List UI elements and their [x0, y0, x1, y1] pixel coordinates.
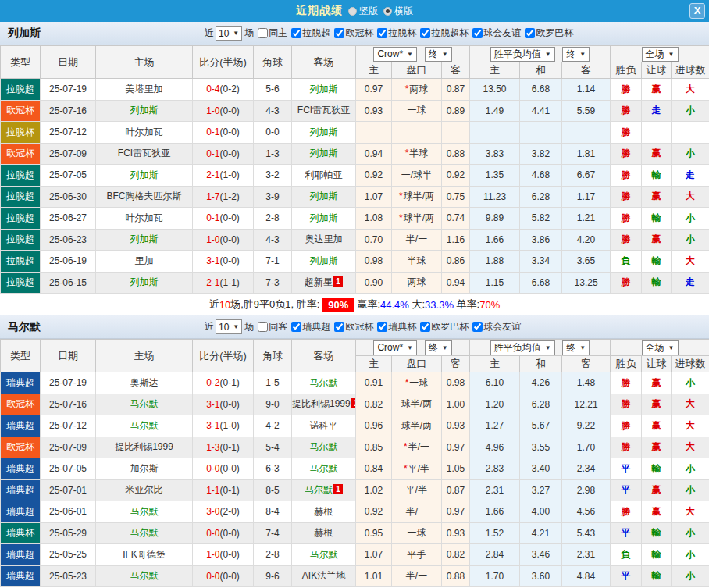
- same-venue-label: 同客: [269, 320, 287, 333]
- odds-time-select[interactable]: 终▼: [425, 340, 452, 355]
- layout-radio-horizontal[interactable]: 横版: [383, 5, 413, 18]
- league-filters: 拉脱超欧冠杯拉脱杯拉脱超杯球会友谊欧罗巴杯: [287, 27, 573, 41]
- league-checkbox[interactable]: [291, 322, 301, 332]
- scope-select[interactable]: 全场▼: [642, 340, 679, 355]
- league-checkbox[interactable]: [377, 322, 387, 332]
- fulltime-score: 0-1: [206, 212, 219, 223]
- chevron-down-icon: ▼: [545, 51, 551, 58]
- bookmaker-select[interactable]: Crow*▼: [373, 47, 417, 62]
- away-team: 马尔默: [292, 372, 356, 394]
- avg-away: 2.31: [562, 544, 611, 566]
- avg-draw: 5.82: [520, 208, 562, 230]
- same-venue-checkbox[interactable]: [258, 322, 268, 332]
- select-value: 10: [219, 322, 229, 333]
- away-team-name: 提比利锡1999: [292, 398, 351, 409]
- handicap-result-text: 赢: [652, 84, 661, 94]
- league-checkbox[interactable]: [377, 28, 387, 38]
- match-row: 欧冠杯25-07-09提比利锡19991-3(0-1)5-4马尔默0.85*半/…: [1, 437, 709, 458]
- home-team: 列加斯: [96, 272, 193, 294]
- match-count-select[interactable]: 10 ▼: [216, 319, 242, 334]
- league-filter[interactable]: 欧罗巴杯: [420, 320, 469, 333]
- home-team-name: 叶尔加瓦: [126, 127, 163, 137]
- home-team: 提比利锡1999: [96, 437, 193, 458]
- result: 勝: [611, 272, 642, 294]
- result: 平: [611, 479, 642, 501]
- win-rate-badge: 90%: [322, 298, 354, 312]
- fulltime-score: 0-0: [206, 463, 219, 474]
- handicap-result-text: 走: [652, 105, 661, 116]
- scope-select[interactable]: 全场▼: [642, 47, 679, 62]
- select-value: 终: [429, 48, 438, 61]
- match-count-select[interactable]: 10 ▼: [216, 26, 242, 41]
- avg-home: 9.89: [470, 208, 520, 230]
- radio-unchecked-icon: [348, 7, 357, 16]
- league-checkbox[interactable]: [291, 28, 301, 38]
- corner-score: 9-0: [254, 394, 292, 415]
- league-filter[interactable]: 球会友谊: [472, 27, 521, 40]
- halftime-score: (0-1): [220, 485, 240, 496]
- close-icon[interactable]: X: [689, 3, 705, 19]
- score: 0-0(0-0): [193, 458, 254, 480]
- same-venue-filter[interactable]: 同主: [258, 27, 287, 40]
- league-checkbox[interactable]: [472, 322, 483, 332]
- goals-result: 小: [672, 544, 709, 566]
- result-text: 勝: [622, 276, 631, 287]
- league-filter[interactable]: 拉脱杯: [377, 27, 416, 40]
- avg-away: 1.17: [562, 186, 611, 208]
- games-label: 场: [244, 27, 254, 40]
- league-checkbox[interactable]: [334, 322, 344, 332]
- avg-home: 1.52: [470, 522, 520, 544]
- away-team-name: 列加斯: [310, 212, 338, 223]
- league-filter[interactable]: 瑞典杯: [377, 320, 416, 333]
- avg-odds-select[interactable]: 胜平负均值▼: [490, 340, 555, 355]
- avg-away: 6.67: [562, 165, 611, 187]
- avg-time-select[interactable]: 终▼: [562, 340, 590, 355]
- chevron-down-icon: ▼: [668, 51, 675, 58]
- avg-home: 2.83: [470, 458, 520, 480]
- match-date: 25-05-29: [41, 522, 96, 544]
- away-team: 超新星1: [292, 272, 356, 294]
- league-filter[interactable]: 欧冠杯: [334, 27, 373, 40]
- league-filter[interactable]: 球会友谊: [472, 320, 521, 333]
- summary-text: 10: [219, 299, 230, 311]
- summary-text: 大:: [409, 298, 425, 312]
- league-filter[interactable]: 拉脱超杯: [420, 27, 469, 40]
- col-home: 主场: [96, 340, 193, 372]
- home-team: 加尔斯: [96, 458, 193, 480]
- score: 1-0(0-0): [193, 100, 254, 122]
- same-venue-checkbox[interactable]: [258, 28, 268, 38]
- corner-score: 9-6: [254, 565, 292, 587]
- home-team-name: 列加斯: [130, 276, 159, 287]
- league-filter[interactable]: 拉脱超: [291, 27, 330, 40]
- league-checkbox[interactable]: [420, 28, 430, 38]
- avg-odds-select[interactable]: 胜平负均值▼: [490, 47, 555, 62]
- away-team-name: 奥达里加: [305, 233, 343, 244]
- match-row: 拉脱超25-06-19里加3-1(0-0)7-1列加斯0.98半球0.861.8…: [1, 251, 709, 273]
- league-filter[interactable]: 欧冠杯: [334, 320, 373, 333]
- league-checkbox[interactable]: [334, 28, 344, 38]
- league-checkbox[interactable]: [472, 28, 483, 38]
- league-checkbox[interactable]: [525, 28, 535, 38]
- subcol-avg-home: 主: [470, 62, 520, 79]
- layout-radio-vertical[interactable]: 竖版: [348, 5, 378, 18]
- avg-away: 2.34: [562, 458, 611, 480]
- league-checkbox[interactable]: [420, 322, 430, 332]
- league-filter[interactable]: 欧罗巴杯: [525, 27, 573, 40]
- score: 3-1(0-0): [193, 251, 254, 273]
- subcol-handicap: 盘口: [392, 356, 442, 372]
- avg-group-header: 胜平负均值▼ 终▼: [470, 340, 611, 356]
- avg-time-select[interactable]: 终▼: [562, 47, 590, 62]
- same-venue-filter[interactable]: 同客: [258, 320, 287, 333]
- handicap: 两球: [392, 272, 442, 294]
- handicap-result: 赢: [642, 394, 672, 415]
- bookmaker-select[interactable]: Crow*▼: [373, 340, 417, 355]
- handicap-result: 輸: [642, 208, 672, 230]
- goals-result-text: 走: [686, 276, 695, 287]
- fulltime-score: 0-1: [206, 127, 219, 137]
- corner-score: 7-3: [254, 272, 292, 294]
- result: 勝: [611, 415, 642, 437]
- match-date: 25-07-05: [41, 458, 96, 480]
- odds-time-select[interactable]: 终▼: [425, 47, 452, 62]
- league-filter[interactable]: 瑞典超: [291, 320, 330, 333]
- asterisk-marker: *: [404, 463, 408, 474]
